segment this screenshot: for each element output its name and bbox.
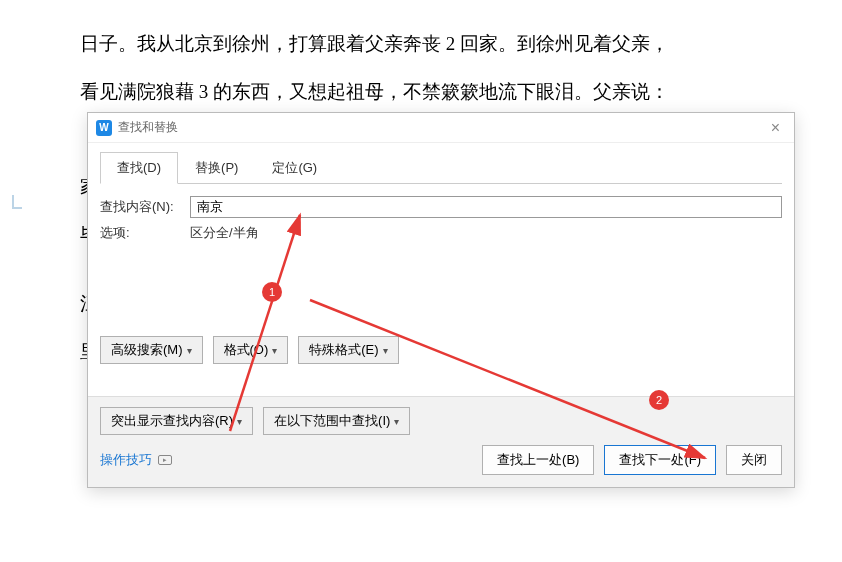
dialog-title: 查找和替换 [118,119,178,136]
find-replace-dialog: W 查找和替换 × 查找(D) 替换(P) 定位(G) 查找内容(N): 选项:… [87,112,795,488]
format-button[interactable]: 格式(O)▾ [213,336,289,364]
tips-link[interactable]: 操作技巧 ▸ [100,451,172,469]
special-format-button[interactable]: 特殊格式(E)▾ [298,336,398,364]
advanced-search-button[interactable]: 高级搜索(M)▾ [100,336,203,364]
tab-find[interactable]: 查找(D) [100,152,178,184]
dialog-titlebar[interactable]: W 查找和替换 × [88,113,794,143]
close-icon[interactable]: × [765,119,786,137]
chevron-down-icon: ▾ [272,345,277,356]
options-label: 选项: [100,224,190,242]
chevron-down-icon: ▾ [187,345,192,356]
find-content-label: 查找内容(N): [100,198,190,216]
chevron-down-icon: ▾ [394,416,399,427]
tab-goto[interactable]: 定位(G) [255,152,334,184]
paragraph-marker [12,195,22,209]
play-icon: ▸ [158,455,172,465]
doc-line: 日子。我从北京到徐州，打算跟着父亲奔丧 2 回家。到徐州见着父亲， [80,20,762,68]
chevron-down-icon: ▾ [237,416,242,427]
tab-replace[interactable]: 替换(P) [178,152,255,184]
chevron-down-icon: ▾ [383,345,388,356]
tab-bar: 查找(D) 替换(P) 定位(G) [100,151,782,184]
find-next-button[interactable]: 查找下一处(F) [604,445,716,475]
doc-line: 看见满院狼藉 3 的东西，又想起祖母，不禁簌簌地流下眼泪。父亲说： [80,68,762,116]
search-in-range-button[interactable]: 在以下范围中查找(I)▾ [263,407,410,435]
app-icon: W [96,120,112,136]
find-content-input[interactable] [190,196,782,218]
highlight-results-button[interactable]: 突出显示查找内容(R)▾ [100,407,253,435]
options-value: 区分全/半角 [190,224,259,242]
close-button[interactable]: 关闭 [726,445,782,475]
find-previous-button[interactable]: 查找上一处(B) [482,445,594,475]
